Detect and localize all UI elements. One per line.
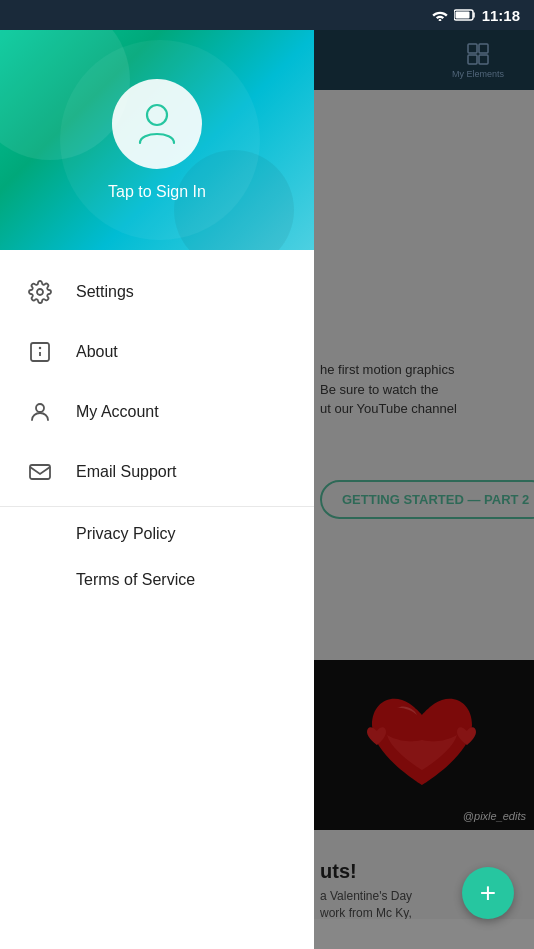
drawer-item-about[interactable]: About	[0, 322, 314, 382]
drawer-overlay[interactable]	[310, 30, 534, 949]
privacy-policy-label: Privacy Policy	[76, 525, 176, 543]
drawer-item-settings[interactable]: Settings	[0, 262, 314, 322]
account-icon	[24, 396, 56, 428]
fab-button[interactable]: +	[462, 867, 514, 919]
status-icons: 11:18	[432, 7, 520, 24]
email-icon	[24, 456, 56, 488]
nav-drawer: Tap to Sign In Settings About	[0, 30, 314, 949]
avatar[interactable]	[112, 79, 202, 169]
svg-point-15	[36, 404, 44, 412]
terms-of-service-label: Terms of Service	[76, 571, 195, 589]
svg-rect-2	[455, 12, 469, 19]
drawer-item-terms-of-service[interactable]: Terms of Service	[0, 557, 314, 603]
drawer-divider	[0, 506, 314, 507]
status-bar: 11:18	[0, 0, 534, 30]
drawer-item-my-account[interactable]: My Account	[0, 382, 314, 442]
email-support-label: Email Support	[76, 463, 177, 481]
battery-icon	[454, 9, 476, 21]
svg-point-11	[37, 289, 43, 295]
drawer-items-list: Settings About My Account	[0, 250, 314, 949]
svg-point-0	[438, 19, 441, 21]
drawer-item-privacy-policy[interactable]: Privacy Policy	[0, 511, 314, 557]
sign-in-text[interactable]: Tap to Sign In	[108, 183, 206, 201]
drawer-header[interactable]: Tap to Sign In	[0, 30, 314, 250]
wifi-icon	[432, 9, 448, 21]
settings-label: Settings	[76, 283, 134, 301]
status-time: 11:18	[482, 7, 520, 24]
drawer-item-email-support[interactable]: Email Support	[0, 442, 314, 502]
my-account-label: My Account	[76, 403, 159, 421]
person-icon	[132, 97, 182, 151]
svg-rect-16	[30, 465, 50, 479]
about-label: About	[76, 343, 118, 361]
info-icon	[24, 336, 56, 368]
svg-point-10	[147, 105, 167, 125]
fab-icon: +	[480, 877, 496, 909]
settings-icon	[24, 276, 56, 308]
